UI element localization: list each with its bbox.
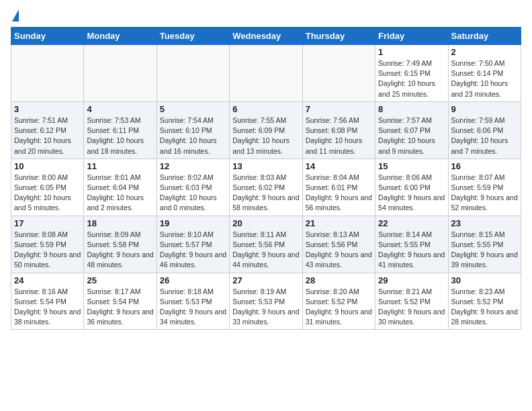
weekday-header-wednesday: Wednesday [230,28,302,45]
day-info: Sunrise: 8:20 AM Sunset: 5:52 PM Dayligh… [306,287,372,328]
day-number: 6 [232,104,299,114]
day-info: Sunrise: 8:03 AM Sunset: 6:02 PM Dayligh… [232,173,299,214]
day-info: Sunrise: 8:08 AM Sunset: 5:59 PM Dayligh… [14,230,81,271]
page-header [11,11,521,21]
calendar-cell: 22Sunrise: 8:14 AM Sunset: 5:55 PM Dayli… [375,216,448,273]
day-number: 19 [160,218,226,228]
weekday-header-thursday: Thursday [302,28,375,45]
calendar-cell: 9Sunrise: 7:59 AM Sunset: 6:06 PM Daylig… [448,101,521,158]
day-info: Sunrise: 8:14 AM Sunset: 5:55 PM Dayligh… [378,230,445,271]
calendar-body: 1Sunrise: 7:49 AM Sunset: 6:15 PM Daylig… [11,45,521,330]
day-info: Sunrise: 7:51 AM Sunset: 6:12 PM Dayligh… [14,116,81,156]
day-number: 28 [306,275,372,285]
day-number: 21 [306,218,372,228]
weekday-header-monday: Monday [84,28,157,45]
day-info: Sunrise: 8:13 AM Sunset: 5:56 PM Dayligh… [306,230,372,271]
calendar-table: SundayMondayTuesdayWednesdayThursdayFrid… [11,27,521,330]
day-info: Sunrise: 7:56 AM Sunset: 6:08 PM Dayligh… [306,116,372,156]
day-number: 9 [451,104,518,114]
day-number: 15 [378,161,445,171]
day-info: Sunrise: 8:02 AM Sunset: 6:03 PM Dayligh… [160,173,226,214]
day-info: Sunrise: 8:21 AM Sunset: 5:52 PM Dayligh… [378,287,445,328]
day-info: Sunrise: 8:10 AM Sunset: 5:57 PM Dayligh… [160,230,226,271]
calendar-cell [157,45,229,102]
day-info: Sunrise: 8:23 AM Sunset: 5:52 PM Dayligh… [451,287,518,328]
day-number: 11 [87,161,153,171]
day-number: 30 [451,275,518,285]
calendar-cell [11,45,84,102]
calendar-cell: 27Sunrise: 8:19 AM Sunset: 5:53 PM Dayli… [230,273,302,330]
day-number: 20 [232,218,299,228]
day-info: Sunrise: 7:49 AM Sunset: 6:15 PM Dayligh… [378,58,445,99]
day-number: 12 [160,161,226,171]
calendar-week-3: 10Sunrise: 8:00 AM Sunset: 6:05 PM Dayli… [11,158,521,216]
calendar-cell: 12Sunrise: 8:02 AM Sunset: 6:03 PM Dayli… [157,158,229,216]
day-number: 5 [160,104,226,114]
day-info: Sunrise: 8:18 AM Sunset: 5:53 PM Dayligh… [160,287,226,328]
day-number: 29 [378,275,445,285]
day-info: Sunrise: 8:16 AM Sunset: 5:54 PM Dayligh… [14,287,81,328]
calendar-cell: 6Sunrise: 7:55 AM Sunset: 6:09 PM Daylig… [230,101,302,158]
calendar-cell: 10Sunrise: 8:00 AM Sunset: 6:05 PM Dayli… [11,158,84,216]
calendar-cell: 2Sunrise: 7:50 AM Sunset: 6:14 PM Daylig… [448,45,521,102]
calendar-cell [84,45,157,102]
day-info: Sunrise: 7:53 AM Sunset: 6:11 PM Dayligh… [87,116,153,156]
calendar-cell: 26Sunrise: 8:18 AM Sunset: 5:53 PM Dayli… [157,273,229,330]
calendar-cell: 16Sunrise: 8:07 AM Sunset: 5:59 PM Dayli… [448,158,521,216]
calendar-cell: 4Sunrise: 7:53 AM Sunset: 6:11 PM Daylig… [84,101,157,158]
calendar-cell [230,45,302,102]
day-number: 4 [87,104,153,114]
logo-triangle-icon [12,9,19,21]
calendar-cell: 14Sunrise: 8:04 AM Sunset: 6:01 PM Dayli… [302,158,375,216]
calendar-cell: 5Sunrise: 7:54 AM Sunset: 6:10 PM Daylig… [157,101,229,158]
calendar-cell: 21Sunrise: 8:13 AM Sunset: 5:56 PM Dayli… [302,216,375,273]
day-info: Sunrise: 7:57 AM Sunset: 6:07 PM Dayligh… [378,116,445,156]
day-number: 13 [232,161,299,171]
day-number: 1 [378,47,445,57]
calendar-week-1: 1Sunrise: 7:49 AM Sunset: 6:15 PM Daylig… [11,45,521,102]
day-number: 22 [378,218,445,228]
calendar-cell: 7Sunrise: 7:56 AM Sunset: 6:08 PM Daylig… [302,101,375,158]
day-info: Sunrise: 8:01 AM Sunset: 6:04 PM Dayligh… [87,173,153,214]
day-number: 16 [451,161,518,171]
calendar-cell: 29Sunrise: 8:21 AM Sunset: 5:52 PM Dayli… [375,273,448,330]
day-number: 8 [378,104,445,114]
calendar-cell: 24Sunrise: 8:16 AM Sunset: 5:54 PM Dayli… [11,273,84,330]
logo-text-block [11,11,19,21]
day-number: 27 [232,275,299,285]
calendar-week-2: 3Sunrise: 7:51 AM Sunset: 6:12 PM Daylig… [11,101,521,158]
calendar-cell: 23Sunrise: 8:15 AM Sunset: 5:55 PM Dayli… [448,216,521,273]
calendar-cell: 17Sunrise: 8:08 AM Sunset: 5:59 PM Dayli… [11,216,84,273]
calendar-cell: 25Sunrise: 8:17 AM Sunset: 5:54 PM Dayli… [84,273,157,330]
calendar-cell: 20Sunrise: 8:11 AM Sunset: 5:56 PM Dayli… [230,216,302,273]
day-info: Sunrise: 8:11 AM Sunset: 5:56 PM Dayligh… [232,230,299,271]
day-number: 18 [87,218,153,228]
calendar-cell: 8Sunrise: 7:57 AM Sunset: 6:07 PM Daylig… [375,101,448,158]
calendar-cell: 28Sunrise: 8:20 AM Sunset: 5:52 PM Dayli… [302,273,375,330]
calendar-cell: 1Sunrise: 7:49 AM Sunset: 6:15 PM Daylig… [375,45,448,102]
page-wrapper: SundayMondayTuesdayWednesdayThursdayFrid… [11,11,521,330]
weekday-header-tuesday: Tuesday [157,28,229,45]
weekday-header-friday: Friday [375,28,448,45]
calendar-cell: 18Sunrise: 8:09 AM Sunset: 5:58 PM Dayli… [84,216,157,273]
weekday-header-saturday: Saturday [448,28,521,45]
day-info: Sunrise: 8:09 AM Sunset: 5:58 PM Dayligh… [87,230,153,271]
logo [11,11,19,21]
day-info: Sunrise: 7:59 AM Sunset: 6:06 PM Dayligh… [451,116,518,156]
day-number: 7 [306,104,372,114]
day-number: 24 [14,275,81,285]
day-number: 23 [451,218,518,228]
calendar-cell: 19Sunrise: 8:10 AM Sunset: 5:57 PM Dayli… [157,216,229,273]
day-number: 25 [87,275,153,285]
day-number: 2 [451,47,518,57]
calendar-week-4: 17Sunrise: 8:08 AM Sunset: 5:59 PM Dayli… [11,216,521,273]
day-info: Sunrise: 8:06 AM Sunset: 6:00 PM Dayligh… [378,173,445,214]
calendar-cell: 30Sunrise: 8:23 AM Sunset: 5:52 PM Dayli… [448,273,521,330]
day-info: Sunrise: 8:19 AM Sunset: 5:53 PM Dayligh… [232,287,299,328]
weekday-header-sunday: Sunday [11,28,84,45]
calendar-cell: 13Sunrise: 8:03 AM Sunset: 6:02 PM Dayli… [230,158,302,216]
day-number: 10 [14,161,81,171]
day-info: Sunrise: 8:15 AM Sunset: 5:55 PM Dayligh… [451,230,518,271]
calendar-cell: 11Sunrise: 8:01 AM Sunset: 6:04 PM Dayli… [84,158,157,216]
day-number: 14 [306,161,372,171]
